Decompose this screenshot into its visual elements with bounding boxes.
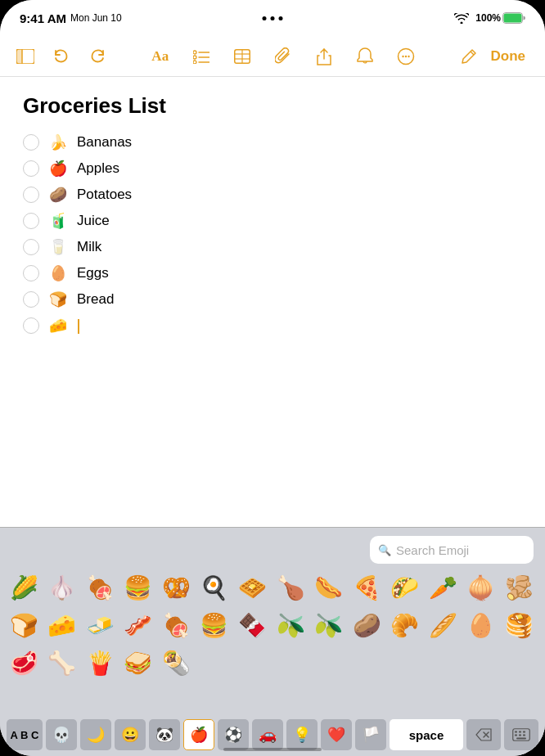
delete-button[interactable]: [466, 719, 501, 750]
text-format-icon[interactable]: Aa: [148, 44, 173, 69]
emoji-search-field[interactable]: 🔍 Search Emoji: [370, 536, 534, 564]
dot-3: [279, 16, 283, 20]
emoji-cell[interactable]: 🧈: [83, 608, 117, 642]
share-icon[interactable]: [312, 44, 336, 69]
checkbox-bread[interactable]: [23, 291, 39, 308]
emoji-cell[interactable]: 🌭: [312, 570, 346, 605]
undo-icon[interactable]: [49, 44, 74, 69]
sports-emoji-tab[interactable]: ⚽: [218, 719, 249, 750]
sidebar-icon[interactable]: [13, 44, 38, 69]
list-item[interactable]: 🧀: [23, 317, 522, 335]
emoji-cell[interactable]: 🍫: [235, 608, 269, 642]
animal-emoji-tab[interactable]: 🐼: [149, 719, 180, 750]
note-content: Groceries List 🍌 Bananas 🍎 Apples 🥔 Pota…: [0, 77, 545, 359]
compose-icon[interactable]: [457, 44, 481, 69]
list-item[interactable]: 🍞 Bread: [23, 290, 522, 308]
emoji-cell[interactable]: 🦴: [45, 646, 79, 680]
emoji-cell[interactable]: 🍟: [83, 646, 117, 680]
home-indicator: [223, 748, 322, 751]
emoji-cell[interactable]: 🫒: [273, 608, 308, 642]
emoji-bread: 🍞: [49, 290, 67, 308]
emoji-cell[interactable]: 🍗: [273, 570, 308, 605]
emoji-cell[interactable]: 🥐: [388, 608, 422, 642]
emoji-cell[interactable]: 🥪: [121, 646, 155, 680]
emoji-cell[interactable]: 🧅: [464, 570, 498, 605]
table-icon[interactable]: [230, 44, 254, 69]
emoji-cell[interactable]: 🌮: [388, 570, 422, 605]
emoji-grid: 🌽 🧄 🍖 🍔 🥨 🍳 🧇 🍗 🌭 🍕 🌮 🥕 🧅 🫚 🍞 🧀 🧈 🥓 🍖 🍔 …: [0, 570, 545, 680]
svg-rect-25: [523, 731, 525, 733]
emoji-cell[interactable]: 🥕: [426, 570, 460, 605]
list-item[interactable]: 🍌 Bananas: [23, 133, 522, 151]
emoji-cell[interactable]: 🌽: [7, 570, 41, 605]
emoji-cell[interactable]: 🍔: [121, 570, 155, 605]
flags-emoji-tab[interactable]: 🏳️: [355, 719, 386, 750]
emoji-cell[interactable]: 🍳: [197, 570, 232, 605]
list-item[interactable]: 🥛 Milk: [23, 238, 522, 256]
search-icon: 🔍: [378, 544, 391, 556]
svg-rect-26: [515, 735, 517, 736]
list-item[interactable]: 🍎 Apples: [23, 160, 522, 178]
emoji-cell[interactable]: 🥖: [426, 608, 460, 642]
checkbox-apples[interactable]: [23, 160, 39, 177]
svg-point-17: [405, 55, 407, 56]
emoji-cell[interactable]: 🥓: [121, 608, 155, 642]
text-potatoes: Potatoes: [77, 187, 132, 203]
emoji-cell[interactable]: 🧄: [45, 570, 79, 605]
emoji-cell[interactable]: 🫒: [312, 608, 346, 642]
skull-emoji-tab[interactable]: 💀: [46, 719, 77, 750]
note-main-area: Groceries List 🍌 Bananas 🍎 Apples 🥔 Pota…: [0, 77, 545, 527]
symbols-emoji-tab[interactable]: ❤️: [321, 719, 352, 750]
food-emoji-tab[interactable]: 🍎: [183, 719, 214, 750]
attachment-icon[interactable]: [271, 44, 295, 69]
space-button[interactable]: space: [390, 719, 463, 750]
emoji-cell[interactable]: 🫚: [502, 570, 536, 605]
svg-point-18: [408, 55, 409, 56]
text-juice: Juice: [77, 213, 110, 229]
checkbox-bananas[interactable]: [23, 134, 39, 151]
emoji-cell[interactable]: 🥨: [159, 570, 193, 605]
travel-emoji-tab[interactable]: 🚗: [252, 719, 283, 750]
checkbox-last[interactable]: [23, 317, 39, 334]
dot-2: [271, 16, 275, 20]
emoji-cell[interactable]: 🥩: [7, 646, 41, 680]
objects-emoji-tab[interactable]: 💡: [286, 719, 318, 750]
status-center-dots: [263, 16, 283, 20]
face-emoji-tab[interactable]: 😀: [115, 719, 146, 750]
status-time: 9:41 AM: [20, 11, 66, 25]
done-button[interactable]: Done: [484, 45, 533, 68]
svg-point-7: [193, 56, 196, 59]
space-label: space: [409, 728, 444, 742]
alert-icon[interactable]: [353, 44, 377, 69]
list-item[interactable]: 🧃 Juice: [23, 212, 522, 230]
checkbox-milk[interactable]: [23, 239, 39, 255]
emoji-cell[interactable]: 🍞: [7, 608, 41, 642]
checkbox-juice[interactable]: [23, 213, 39, 229]
emoji-cell[interactable]: 🌯: [159, 646, 193, 680]
moon-emoji-tab[interactable]: 🌙: [80, 719, 111, 750]
emoji-bananas: 🍌: [49, 133, 67, 151]
emoji-cell[interactable]: 🥔: [349, 608, 384, 642]
checklist-icon[interactable]: [189, 44, 214, 69]
status-date: Mon Jun 10: [70, 12, 122, 24]
svg-rect-23: [515, 731, 517, 733]
emoji-cell[interactable]: 🍕: [349, 570, 384, 605]
text-apples: Apples: [77, 160, 119, 177]
emoji-cell[interactable]: 🥞: [502, 608, 536, 642]
emoji-cell[interactable]: 🍖: [159, 608, 193, 642]
emoji-cell[interactable]: 🥚: [464, 608, 498, 642]
emoji-cell[interactable]: 🍔: [197, 608, 232, 642]
list-item[interactable]: 🥚 Eggs: [23, 264, 522, 282]
checkbox-eggs[interactable]: [23, 265, 39, 281]
more-icon[interactable]: [394, 44, 418, 69]
emoji-cell[interactable]: 🧇: [235, 570, 269, 605]
checkbox-potatoes[interactable]: [23, 187, 39, 203]
emoji-cell[interactable]: 🧀: [45, 608, 79, 642]
emoji-eggs: 🥚: [49, 264, 67, 282]
redo-icon[interactable]: [85, 44, 110, 69]
list-item[interactable]: 🥔 Potatoes: [23, 186, 522, 204]
emoji-cell[interactable]: 🍖: [83, 570, 117, 605]
keyboard-switch-button[interactable]: [504, 719, 538, 750]
toolbar-right: Done: [457, 44, 533, 69]
abc-button[interactable]: A B C: [7, 719, 43, 750]
